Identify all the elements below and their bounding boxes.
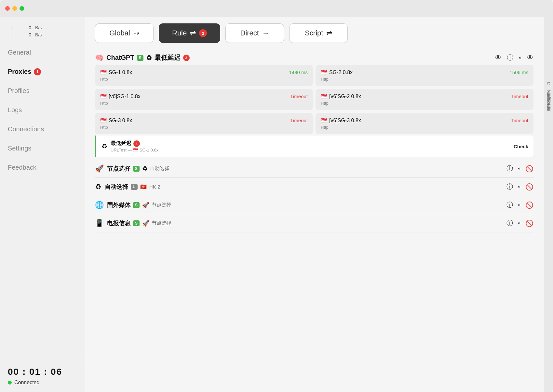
auto-select-wifi-icon[interactable]: ⁌ <box>518 183 521 191</box>
info-icon[interactable]: ⓘ <box>507 53 513 62</box>
minimize-button[interactable] <box>12 6 17 11</box>
upload-unit: B/s <box>35 25 42 30</box>
proxies-badge: 1 <box>34 68 41 75</box>
foreign-media-strategy-icon: 🚀 <box>142 202 149 209</box>
v6sg3-type: Http <box>321 125 528 130</box>
sidebar-item-settings[interactable]: Settings <box>0 139 85 158</box>
chatgpt-badge: 3 <box>183 55 190 61</box>
v6sg2-name: 🇸🇬 [v6]SG-2 0.8x <box>321 93 361 99</box>
main-window: ↑ 0 B/s ↓ 0 B/s General Proxies 1 <box>0 0 553 392</box>
direct-icon: → <box>262 29 269 37</box>
v6sg1-latency: Timeout <box>290 94 308 99</box>
mode-switcher: Global ⇢ Rule ⇌ 2 Direct → Script ⇌ <box>85 17 544 49</box>
auto-select-icon: ♻ <box>95 183 101 191</box>
sidebar-item-logs[interactable]: Logs <box>0 100 85 120</box>
sidebar-item-proxies[interactable]: Proxies 1 <box>0 62 85 81</box>
node-select-wifi-icon[interactable]: ⁌ <box>518 165 521 173</box>
time-display: 00 : 01 : 06 <box>8 367 77 377</box>
v6sg1-type: Http <box>100 101 308 106</box>
node-select-strategy-icon: ♻ <box>142 165 147 172</box>
mode-direct-button[interactable]: Direct → <box>225 23 284 43</box>
sidebar-item-general-label: General <box>8 49 31 56</box>
urltest-name: 最低延迟 4 <box>111 140 510 147</box>
mode-script-button[interactable]: Script ⇌ <box>289 23 348 43</box>
download-value: 0 <box>18 32 31 37</box>
foreign-media-wifi-icon[interactable]: ⁌ <box>518 201 521 209</box>
node-v6sg1[interactable]: 🇸🇬 [v6]SG-1 0.8x Timeout Http <box>95 89 313 110</box>
script-icon: ⇌ <box>326 29 332 37</box>
wifi-icon[interactable]: ⁌ <box>519 54 522 62</box>
maximize-button[interactable] <box>20 6 24 11</box>
auto-select-flag: 🇭🇰 <box>140 184 147 190</box>
sidebar-item-feedback-label: Feedback <box>8 164 36 171</box>
foreign-media-icon: 🌐 <box>95 201 104 209</box>
v6sg3-name: 🇸🇬 [v6]SG-3 0.8x <box>321 117 361 124</box>
connection-label: Connected <box>14 380 39 385</box>
sg2-name: 🇸🇬 SG-2 0.8x <box>321 69 353 75</box>
group-node-select: 🚀 节点选择 S ♻ 自动选择 ⓘ ⁌ 🚫 <box>95 160 533 178</box>
v6sg2-flag: 🇸🇬 <box>321 93 327 99</box>
sidebar-item-logs-label: Logs <box>8 106 22 114</box>
telegram-hide-icon[interactable]: 🚫 <box>525 219 533 227</box>
auto-select-tag: U <box>131 184 138 190</box>
telegram-strategy: 节点选择 <box>152 220 171 226</box>
sidebar: ↑ 0 B/s ↓ 0 B/s General Proxies 1 <box>0 17 85 392</box>
right-label-lou: 漏 <box>546 103 551 103</box>
node-select-icon: 🚀 <box>95 164 104 173</box>
upload-value: 0 <box>18 25 31 30</box>
right-sidebar: C 节 自 国 电 微 苹 谷 全 全 应 漏 最 <box>544 17 553 392</box>
auto-select-hide-icon[interactable]: 🚫 <box>525 183 533 191</box>
node-v6sg3[interactable]: 🇸🇬 [v6]SG-3 0.8x Timeout Http <box>316 113 533 134</box>
sg1-flag: 🇸🇬 <box>100 69 107 75</box>
close-button[interactable] <box>5 6 10 11</box>
sidebar-item-general[interactable]: General <box>0 43 85 62</box>
auto-select-info-icon[interactable]: ⓘ <box>506 182 513 191</box>
auto-select-node: HK-2 <box>149 184 160 189</box>
telegram-info-icon[interactable]: ⓘ <box>506 219 513 228</box>
foreign-media-hide-icon[interactable]: 🚫 <box>525 201 533 209</box>
titlebar <box>0 0 553 17</box>
mode-global-button[interactable]: Global ⇢ <box>95 23 154 43</box>
foreign-media-info-icon[interactable]: ⓘ <box>506 201 513 209</box>
content-area: Global ⇢ Rule ⇌ 2 Direct → Script ⇌ <box>85 17 544 392</box>
proxy-list[interactable]: 🧠 ChatGPT S ♻ 最低延迟 3 👁​ ⓘ ⁌ 👁 <box>85 49 544 392</box>
node-select-hide-icon[interactable]: 🚫 <box>525 165 533 173</box>
sidebar-item-profiles[interactable]: Profiles <box>0 81 85 100</box>
sg1-name: 🇸🇬 SG-1 0.8x <box>100 69 132 75</box>
node-sg2[interactable]: 🇸🇬 SG-2 0.8x 1506 ms Http <box>316 65 533 86</box>
node-select-info-icon[interactable]: ⓘ <box>506 164 513 173</box>
node-sg3[interactable]: 🇸🇬 SG-3 0.8x Timeout Http <box>95 113 313 134</box>
node-sg1[interactable]: 🇸🇬 SG-1 0.8x 1490 ms Http <box>95 65 313 86</box>
right-label-zi: 自 <box>546 88 551 88</box>
sidebar-item-feedback[interactable]: Feedback <box>0 158 85 177</box>
right-label-dian: 电 <box>546 91 551 92</box>
direct-label: Direct <box>240 29 259 37</box>
urltest-row[interactable]: ♻ 最低延迟 4 URLTest — 🇸🇬 SG-1 0.8x Check <box>95 136 533 157</box>
sidebar-bottom: 00 : 01 : 06 Connected <box>0 360 85 392</box>
rule-badge: 2 <box>199 29 207 37</box>
connection-status: Connected <box>8 380 77 385</box>
chatgpt-strategy-icon: ♻ <box>146 54 152 62</box>
telegram-wifi-icon[interactable]: ⁌ <box>518 219 521 227</box>
visibility-icon[interactable]: 👁 <box>527 54 533 61</box>
mode-rule-button[interactable]: Rule ⇌ 2 <box>159 23 220 43</box>
node-v6sg2[interactable]: 🇸🇬 [v6]SG-2 0.8x Timeout Http <box>316 89 533 110</box>
right-label-guo: 国 <box>546 90 551 90</box>
rule-icon: ⇌ <box>190 29 196 37</box>
right-label-zui: 最 <box>546 104 551 105</box>
chatgpt-icon: 🧠 <box>95 54 104 62</box>
telegram-name: 电报信息 S 🚀 节点选择 <box>107 219 171 227</box>
v6sg3-latency: Timeout <box>511 118 528 123</box>
rule-label: Rule <box>172 29 187 37</box>
download-unit: B/s <box>35 32 42 37</box>
eye-circle-icon[interactable]: 👁​ <box>495 54 502 61</box>
sidebar-item-settings-label: Settings <box>8 145 31 152</box>
sidebar-item-connections[interactable]: Connections <box>0 120 85 139</box>
urltest-sub: URLTest — 🇸🇬 SG-1 0.8x <box>111 148 510 152</box>
network-stats: ↑ 0 B/s ↓ 0 B/s <box>0 22 85 43</box>
chatgpt-strategy: 最低延迟 <box>155 53 181 62</box>
sg3-type: Http <box>100 125 308 130</box>
v6sg3-flag: 🇸🇬 <box>321 117 327 124</box>
sg3-latency: Timeout <box>290 118 308 123</box>
check-button[interactable]: Check <box>514 144 528 149</box>
